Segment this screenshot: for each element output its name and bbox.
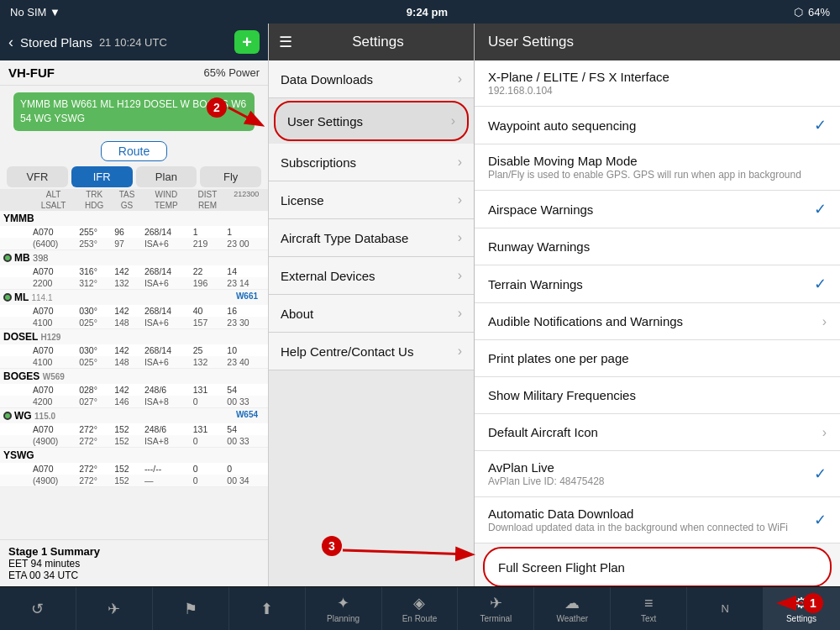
back-arrow-icon[interactable]: ‹ (8, 34, 13, 51)
table-row: WG 115.0 W654 (0, 407, 268, 423)
tab-planning[interactable]: ✦ Planning (306, 587, 382, 630)
setting-runway-warnings[interactable]: Runway Warnings (475, 228, 840, 265)
tab-text[interactable]: ≡ Text (611, 587, 687, 630)
chevron-right-icon: › (458, 192, 462, 207)
setting-label-print-plates: Print plates one per page (488, 351, 629, 365)
bluetooth-icon: ⬡ (794, 6, 803, 18)
setting-label-auto-data-download: Automatic Data Download (488, 507, 788, 521)
menu-label-license: License (281, 193, 324, 207)
terminal-icon: ✈ (490, 594, 502, 612)
tab-flag[interactable]: ⚑ (153, 587, 229, 630)
add-button[interactable]: + (234, 30, 260, 54)
tab-fly[interactable]: Fly (200, 166, 261, 187)
tab-vfr[interactable]: VFR (7, 166, 68, 187)
tab-n[interactable]: N (687, 587, 764, 630)
menu-item-user-settings[interactable]: User Settings › (276, 102, 467, 139)
tab-planning-label: Planning (327, 614, 360, 623)
settings-list: X-Plane / ELITE / FS X Interface 192.168… (475, 60, 840, 586)
flight-id: VH-FUF (8, 66, 55, 80)
route-button[interactable]: Route (101, 141, 167, 161)
chevron-right-icon: › (458, 268, 462, 283)
status-left: No SIM ▼ (10, 6, 60, 18)
table-row: YMMB (0, 211, 268, 226)
table-row: (4900)272°152ISA+8000 33 (0, 435, 268, 448)
table-row: YSWG (0, 447, 268, 463)
tab-aircraft[interactable]: ✈ (76, 587, 153, 630)
setting-label-military-freq: Show Military Frequencies (488, 388, 636, 402)
tab-en-route[interactable]: ◈ En Route (382, 587, 459, 630)
setting-default-aircraft-icon[interactable]: Default Aircraft Icon › (475, 414, 840, 451)
setting-auto-data-download[interactable]: Automatic Data Download Download updated… (475, 497, 840, 543)
table-row: MB 398 (0, 249, 268, 265)
tab-refresh[interactable]: ↺ (0, 587, 76, 630)
setting-military-freq[interactable]: Show Military Frequencies (475, 377, 840, 414)
check-icon: ✓ (814, 200, 827, 218)
menu-item-license[interactable]: License › (269, 181, 474, 219)
tab-weather-label: Weather (556, 614, 588, 623)
menu-label-aircraft-type-database: Aircraft Type Database (281, 231, 408, 245)
setting-audible-notifications[interactable]: Audible Notifications and Warnings › (475, 303, 840, 340)
menu-item-external-devices[interactable]: External Devices › (269, 257, 474, 295)
check-icon: ✓ (814, 511, 827, 529)
setting-avplan-live[interactable]: AvPlan Live AvPlan Live ID: 48475428 ✓ (475, 451, 840, 497)
menu-label-data-downloads: Data Downloads (281, 72, 373, 87)
tab-terminal[interactable]: ✈ Terminal (458, 587, 534, 630)
table-row: 4100025°148ISA+615723 30 (0, 317, 268, 329)
tab-share[interactable]: ⬆ (229, 587, 306, 630)
refresh-icon: ↺ (31, 600, 44, 618)
tab-settings[interactable]: ⚙ Settings (764, 587, 840, 630)
menu-item-user-settings-highlighted[interactable]: User Settings › (274, 101, 469, 141)
setting-sub-avplan-live: AvPlan Live ID: 48475428 (488, 475, 605, 487)
setting-airspace-warnings[interactable]: Airspace Warnings ✓ (475, 191, 840, 228)
tab-settings-label: Settings (786, 614, 816, 623)
no-sim-label: No SIM ▼ (10, 6, 60, 18)
table-row: 2200312°132ISA+619623 14 (0, 277, 268, 290)
hamburger-icon[interactable]: ☰ (279, 33, 292, 51)
left-header: ‹ Stored Plans 21 10:24 UTC + (0, 24, 268, 60)
route-text: YMMB MB W661 ML H129 DOSEL W BOGES W654 … (20, 98, 246, 124)
tab-ifr[interactable]: IFR (71, 166, 133, 187)
setting-full-screen-flight-plan[interactable]: Full Screen Flight Plan (485, 549, 830, 585)
summary-title: Stage 1 Summary (8, 545, 260, 558)
table-row: BOGES W569 (0, 368, 268, 384)
tab-weather[interactable]: ☁ Weather (534, 587, 611, 630)
tab-plan[interactable]: Plan (136, 166, 197, 187)
menu-item-help-centre[interactable]: Help Centre/Contact Us › (269, 333, 474, 370)
status-right: ⬡ 64% (794, 6, 830, 18)
table-row: (6400)253°97ISA+621923 00 (0, 238, 268, 250)
setting-print-plates[interactable]: Print plates one per page (475, 340, 840, 377)
share-icon: ⬆ (260, 600, 273, 618)
utc-label: 21 10:24 UTC (99, 36, 167, 49)
middle-panel-title: Settings (352, 34, 403, 50)
setting-terrain-warnings[interactable]: Terrain Warnings ✓ (475, 265, 840, 303)
middle-panel: ☰ Settings Data Downloads › User Setting… (269, 24, 475, 586)
setting-moving-map[interactable]: Disable Moving Map Mode Plan/Fly is used… (475, 144, 840, 191)
right-panel-header: User Settings (475, 24, 840, 60)
setting-waypoint-seq[interactable]: Waypoint auto sequencing ✓ (475, 107, 840, 144)
battery-label: 64% (808, 6, 830, 18)
table-row: A070316°142268/142214 (0, 265, 268, 277)
menu-label-about: About (281, 307, 313, 321)
chevron-right-icon: › (822, 314, 827, 329)
setting-fullscreen-highlighted[interactable]: Full Screen Flight Plan (483, 547, 832, 586)
check-icon: ✓ (814, 275, 827, 293)
main-content: ‹ Stored Plans 21 10:24 UTC + VH-FUF 65%… (0, 24, 840, 586)
eta-label: ETA 00 34 UTC (8, 570, 260, 581)
check-icon: ✓ (814, 465, 827, 483)
planning-icon: ✦ (337, 594, 349, 612)
menu-item-aircraft-type-database[interactable]: Aircraft Type Database › (269, 219, 474, 257)
stored-plans-button[interactable]: Stored Plans (20, 35, 92, 50)
menu-item-subscriptions[interactable]: Subscriptions › (269, 144, 474, 181)
chevron-right-icon: › (458, 344, 462, 359)
setting-label-default-aircraft-icon: Default Aircraft Icon (488, 425, 598, 439)
table-row: 4100025°148ISA+613223 40 (0, 356, 268, 369)
setting-label-audible-notifications: Audible Notifications and Warnings (488, 314, 683, 328)
menu-item-about[interactable]: About › (269, 295, 474, 333)
setting-xplane[interactable]: X-Plane / ELITE / FS X Interface 192.168… (475, 60, 840, 107)
setting-sub-xplane: 192.168.0.104 (488, 85, 669, 97)
waypoint-table: ALT TRK TAS WIND DIST 212300 LSALT HDG G… (0, 189, 268, 487)
menu-item-data-downloads[interactable]: Data Downloads › (269, 60, 474, 98)
eet-label: EET 94 minutes (8, 558, 260, 570)
chevron-right-icon: › (458, 71, 462, 87)
status-time: 9:24 pm (407, 6, 448, 18)
